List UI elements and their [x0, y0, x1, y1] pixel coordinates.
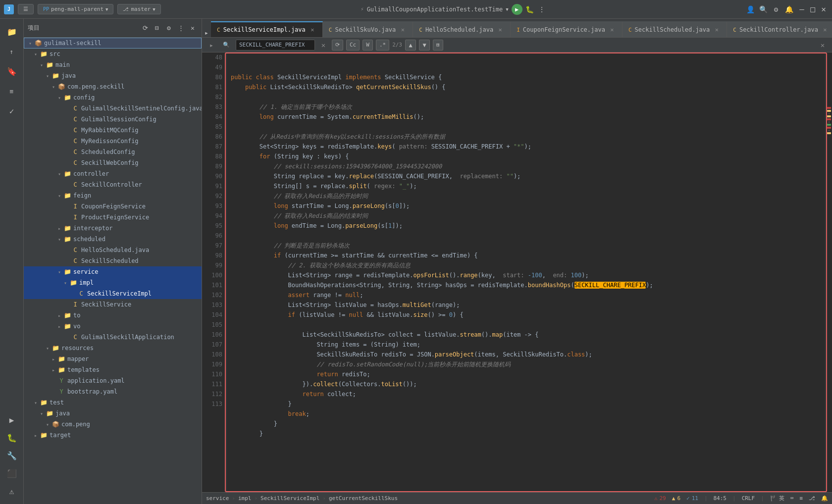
tree-item-templates[interactable]: ▸ 📁 templates [24, 364, 202, 375]
tree-item-java-test[interactable]: ▾ 📁 java [24, 408, 202, 419]
tab-list-icon[interactable]: ▸ [202, 28, 211, 37]
warning-count[interactable]: ▲ 6 [672, 495, 680, 502]
project-selector[interactable]: PP peng-mall-parent ▼ [38, 4, 113, 14]
tree-item-file[interactable]: ▸ C MyRedissonConfig [24, 136, 202, 147]
sidebar-run-icon[interactable]: ▶ [3, 411, 21, 429]
branch-selector[interactable]: ⎇ master ▼ [117, 4, 160, 14]
tree-item-file[interactable]: ▸ I ProductFeignService [24, 212, 202, 223]
tree-close-icon[interactable]: ✕ [188, 23, 198, 33]
hamburger-menu[interactable]: ☰ [18, 4, 34, 14]
search-clear-icon[interactable]: ✕ [318, 40, 329, 50]
tree-item-src[interactable]: ▾ 📁 src [24, 49, 202, 59]
tree-item-file[interactable]: ▸ C ScheduledConfig [24, 147, 202, 157]
search-prev-btn[interactable]: ▲ [405, 40, 416, 50]
minimize-button[interactable]: — [797, 5, 806, 14]
tree-item-file[interactable]: ▸ C SeckillWebConfig [24, 157, 202, 168]
breadcrumb-impl[interactable]: impl [238, 495, 252, 502]
tree-item-resources[interactable]: ▾ 📁 resources [24, 343, 202, 353]
tab-seckill-controller[interactable]: C SeckillController.java ✕ [727, 21, 832, 37]
sidebar-terminal-icon[interactable]: ⬛ [3, 464, 21, 482]
tree-item-file[interactable]: ▸ C GulimallSeckillSentinelConfig.java [24, 103, 202, 114]
sidebar-project-icon[interactable]: 📁 [3, 23, 21, 41]
tab-seckill-sku-vo[interactable]: C SeckillSkuVo.java ✕ [323, 21, 413, 37]
tree-item-java[interactable]: ▾ 📁 java [24, 70, 202, 81]
tree-more-icon[interactable]: ⋮ [176, 23, 186, 33]
tree-item-file[interactable]: ▸ Y application.yaml [24, 375, 202, 386]
sidebar-debug-icon[interactable]: 🐛 [3, 429, 21, 447]
tree-item-interceptor[interactable]: ▸ 📁 interceptor [24, 223, 202, 234]
tree-item-main[interactable]: ▾ 📁 main [24, 59, 202, 70]
tree-item-gulimall-seckill[interactable]: ▾ 📦 gulimall-seckill [24, 38, 202, 49]
sidebar-services-icon[interactable]: 🔧 [3, 447, 21, 464]
tree-item-file[interactable]: ▸ C HelloScheduled.java [24, 245, 202, 255]
tree-item-target[interactable]: ▸ 📁 target [24, 430, 202, 441]
tree-item-file[interactable]: ▸ I SeckillService [24, 299, 202, 310]
sidebar-structure-icon[interactable]: ≡ [3, 82, 21, 100]
account-icon[interactable]: 👤 [746, 5, 755, 14]
tree-item-feign[interactable]: ▾ 📁 feign [24, 190, 202, 201]
tree-item-file[interactable]: ▸ C GulimallSessionConfig [24, 114, 202, 125]
tree-sync-icon[interactable]: ⟳ [140, 23, 150, 33]
notifications-icon[interactable]: 🔔 [784, 5, 793, 14]
code-editor[interactable]: 4849808182 8384858687 8889909192 9394959… [202, 52, 832, 492]
tab-seckill-scheduled[interactable]: C SeckillScheduled.java ✕ [623, 21, 727, 37]
git-icon[interactable]: ⎇ [809, 495, 815, 502]
case-sensitive-btn[interactable]: Cc [346, 40, 360, 50]
tree-item-impl[interactable]: ▾ 📁 impl [24, 277, 202, 288]
tree-item-com-peng[interactable]: ▾ 📦 com.peng [24, 419, 202, 430]
tree-settings-icon[interactable]: ⚙ [164, 23, 174, 33]
cursor-position[interactable]: 84:5 [714, 495, 727, 502]
tree-item-controller[interactable]: ▾ 📁 controller [24, 168, 202, 179]
tree-item-file[interactable]: ▸ C MyRabbitMQConfig [24, 125, 202, 136]
refresh-btn[interactable]: ⟳ [332, 40, 343, 50]
tree-item-scheduled[interactable]: ▾ 📁 scheduled [24, 234, 202, 245]
tab-close-icon[interactable]: ✕ [713, 26, 721, 34]
whole-word-btn[interactable]: W [363, 40, 373, 50]
breadcrumb-service[interactable]: service [206, 495, 229, 502]
tree-item-mapper[interactable]: ▸ 📁 mapper [24, 353, 202, 364]
settings-icon[interactable]: ⚙ [772, 5, 780, 14]
tree-item-file[interactable]: ▸ C SeckillController [24, 179, 202, 190]
tab-close-icon[interactable]: ✕ [309, 26, 316, 34]
tree-item-config[interactable]: ▾ 📁 config [24, 92, 202, 103]
tree-item-file[interactable]: ▸ I CouponFeignService [24, 201, 202, 212]
language-indicator[interactable]: 🏴 英 [770, 495, 784, 502]
debug-button[interactable]: 🐛 [525, 5, 534, 14]
sidebar-bookmark-icon[interactable]: 🔖 [3, 62, 21, 80]
tab-seckill-service-impl[interactable]: C SeckillServiceImpl.java ✕ [211, 21, 323, 37]
close-search-btn[interactable]: ✕ [817, 40, 828, 50]
regex-btn[interactable]: .* [376, 40, 389, 50]
breadcrumb-method[interactable]: getCurrentSeckillSkus [329, 495, 398, 502]
breadcrumb-class[interactable]: SeckillServiceImpl [260, 495, 319, 502]
search-panel-toggle[interactable]: ▸ [206, 40, 217, 50]
tree-item-file[interactable]: ▸ C SeckillScheduled [24, 255, 202, 266]
filter-btn[interactable]: ⊞ [433, 40, 443, 50]
search-next-btn[interactable]: ▼ [419, 40, 430, 50]
tab-close-icon[interactable]: ✕ [399, 26, 407, 34]
indent-icon[interactable]: ≡ [799, 495, 803, 502]
more-run-options[interactable]: ⋮ [537, 5, 546, 14]
notification-bell[interactable]: 🔔 [821, 495, 828, 502]
close-button[interactable]: ✕ [819, 5, 828, 14]
info-count[interactable]: ✓ 11 [686, 495, 698, 502]
maximize-button[interactable]: □ [808, 5, 817, 14]
search-everywhere-icon[interactable]: 🔍 [759, 5, 768, 14]
tab-hello-scheduled[interactable]: C HelloScheduled.java ✕ [413, 21, 511, 37]
tab-close-icon[interactable]: ✕ [821, 26, 829, 34]
tree-item-to[interactable]: ▸ 📁 to [24, 310, 202, 321]
tree-collapse-icon[interactable]: ⊟ [152, 23, 162, 33]
tree-item-test[interactable]: ▾ 📁 test [24, 397, 202, 408]
search-input[interactable] [236, 40, 315, 50]
run-button[interactable]: ▶ [512, 4, 522, 15]
tree-item-file[interactable]: ▸ C GulimallSeckillApplication [24, 332, 202, 343]
sidebar-problems-icon[interactable]: ⚠ [3, 482, 21, 500]
tab-close-icon[interactable]: ✕ [496, 26, 504, 34]
tab-close-icon[interactable]: ✕ [608, 26, 616, 34]
line-ending[interactable]: CRLF [742, 495, 755, 502]
sidebar-todo-icon[interactable]: ✓ [3, 102, 21, 120]
sidebar-commit-icon[interactable]: ↑ [3, 43, 21, 60]
keyboard-icon[interactable]: ⌨ [790, 495, 794, 502]
tree-item-file[interactable]: ▸ C SeckillServiceImpl [24, 288, 202, 299]
tree-item-package[interactable]: ▾ 📦 com.peng.seckill [24, 81, 202, 92]
error-count[interactable]: ⚠ 29 [654, 495, 666, 502]
